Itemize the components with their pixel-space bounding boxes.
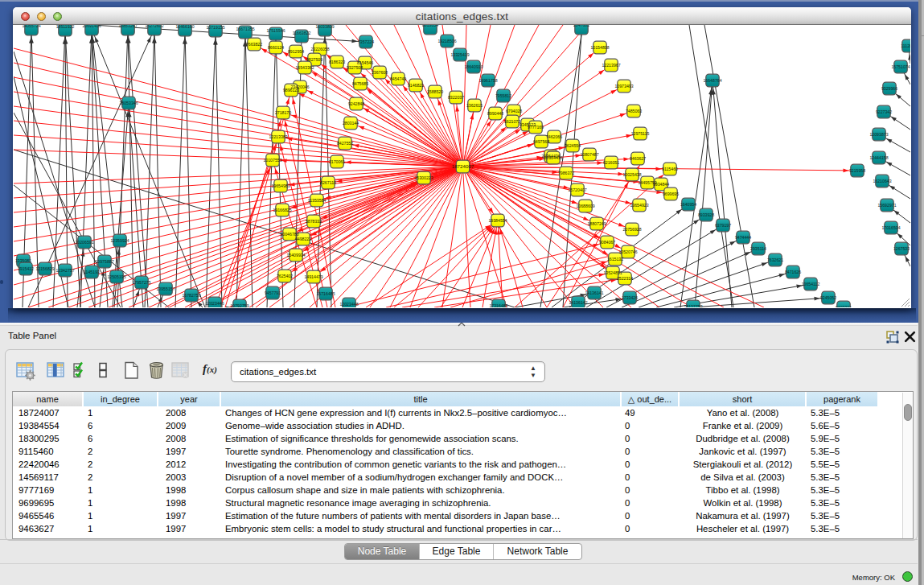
svg-text:1588520: 1588520	[427, 89, 443, 94]
svg-text:9934844: 9934844	[653, 182, 669, 187]
svg-text:6794028: 6794028	[506, 109, 522, 113]
svg-text:8322037: 8322037	[448, 95, 464, 100]
svg-text:10719155: 10719155	[206, 25, 224, 30]
svg-text:13955157: 13955157	[156, 286, 175, 291]
svg-text:16648764: 16648764	[703, 78, 721, 83]
svg-text:7485063: 7485063	[626, 109, 642, 113]
svg-text:16210643: 16210643	[873, 179, 891, 183]
svg-text:9474444: 9474444	[735, 235, 751, 240]
svg-text:2522314: 2522314	[617, 276, 633, 281]
svg-text:7986372: 7986372	[558, 171, 574, 175]
svg-text:15409934: 15409934	[286, 253, 305, 257]
svg-text:10975887: 10975887	[95, 259, 113, 264]
svg-text:1362615: 1362615	[466, 103, 483, 108]
svg-text:8471626: 8471626	[785, 270, 801, 274]
svg-text:12444158: 12444158	[869, 155, 888, 160]
svg-text:15692971: 15692971	[877, 203, 896, 208]
svg-text:19166825: 19166825	[273, 208, 291, 212]
svg-text:6216051: 6216051	[603, 160, 619, 165]
svg-text:17515546: 17515546	[266, 28, 285, 33]
svg-text:19218506: 19218506	[437, 39, 456, 43]
svg-text:20691406: 20691406	[82, 25, 101, 28]
svg-text:1733426: 1733426	[622, 295, 638, 300]
svg-text:10973493: 10973493	[614, 84, 633, 89]
svg-text:10688609: 10688609	[576, 204, 594, 208]
svg-text:1267533: 1267533	[893, 246, 910, 251]
svg-text:8427552: 8427552	[337, 141, 353, 146]
svg-text:9463627: 9463627	[630, 156, 646, 161]
svg-text:25300223: 25300223	[414, 175, 433, 180]
svg-text:20364436: 20364436	[544, 155, 562, 160]
svg-text:8813054: 8813054	[422, 25, 438, 27]
svg-text:19384554: 19384554	[488, 218, 507, 223]
svg-text:18640910: 18640910	[464, 64, 483, 69]
svg-text:7632621: 7632621	[767, 257, 783, 262]
svg-text:1335081: 1335081	[15, 258, 31, 263]
svg-text:6379197: 6379197	[715, 223, 731, 228]
svg-text:2367608: 2367608	[372, 70, 388, 75]
svg-text:14914479: 14914479	[304, 274, 322, 279]
svg-text:18807249: 18807249	[587, 221, 606, 226]
svg-text:9896123: 9896123	[283, 88, 299, 93]
svg-text:12975115: 12975115	[631, 131, 650, 136]
svg-text:15720407: 15720407	[568, 187, 586, 192]
svg-text:10520746: 10520746	[618, 249, 637, 254]
svg-text:12023446: 12023446	[205, 301, 224, 306]
svg-text:9777169: 9777169	[528, 125, 544, 130]
svg-text:2047682: 2047682	[573, 25, 589, 27]
svg-text:11353584: 11353584	[308, 198, 326, 203]
svg-text:20756928: 20756928	[622, 227, 641, 232]
svg-text:23226058: 23226058	[310, 47, 329, 51]
svg-text:7357224: 7357224	[358, 39, 374, 44]
svg-text:12213967: 12213967	[602, 63, 620, 68]
svg-text:8660124: 8660124	[268, 45, 284, 50]
svg-text:12359924: 12359924	[110, 238, 129, 243]
svg-text:16466160: 16466160	[175, 25, 194, 29]
svg-text:17957275: 17957275	[132, 280, 150, 285]
svg-text:15272602: 15272602	[145, 25, 163, 28]
svg-text:6497568: 6497568	[533, 139, 549, 144]
svg-text:11663822: 11663822	[293, 31, 311, 35]
svg-text:1112843: 1112843	[901, 43, 910, 48]
svg-text:8475685: 8475685	[352, 81, 368, 86]
svg-text:8267110: 8267110	[320, 180, 336, 185]
svg-text:16033809: 16033809	[315, 25, 334, 29]
svg-text:1640954: 1640954	[680, 202, 696, 207]
svg-text:9084067: 9084067	[599, 240, 615, 245]
svg-text:3624554: 3624554	[565, 143, 581, 148]
svg-text:17016504: 17016504	[881, 225, 900, 230]
svg-text:1621072: 1621072	[504, 119, 520, 124]
svg-text:15716485: 15716485	[316, 291, 335, 296]
svg-text:9245052: 9245052	[820, 295, 836, 300]
svg-text:18137753: 18137753	[684, 304, 702, 307]
svg-text:8912954: 8912954	[288, 49, 304, 54]
svg-text:13325419: 13325419	[450, 52, 469, 57]
svg-text:14136141: 14136141	[585, 290, 603, 295]
svg-text:9699695: 9699695	[663, 192, 679, 196]
svg-text:9457791: 9457791	[265, 290, 281, 295]
svg-text:12093873: 12093873	[869, 132, 888, 137]
svg-text:12023448: 12023448	[339, 302, 358, 307]
svg-text:14055724: 14055724	[22, 25, 40, 28]
svg-text:9242848: 9242848	[348, 101, 364, 106]
svg-text:1615132: 1615132	[607, 257, 623, 262]
svg-text:9403321: 9403321	[836, 305, 852, 307]
svg-text:9115460: 9115460	[662, 167, 678, 171]
svg-text:5878332: 5878332	[306, 219, 322, 224]
svg-text:14136142: 14136142	[569, 300, 587, 305]
svg-text:10654112: 10654112	[802, 282, 820, 286]
svg-text:16961758: 16961758	[478, 78, 497, 83]
svg-text:28053346: 28053346	[119, 101, 138, 105]
svg-text:13654923: 13654923	[630, 203, 648, 208]
svg-text:9329966: 9329966	[881, 86, 897, 91]
svg-text:16782759: 16782759	[182, 293, 200, 298]
svg-text:10853267: 10853267	[118, 25, 137, 28]
svg-text:9327508: 9327508	[347, 65, 363, 70]
svg-text:1145193: 1145193	[84, 270, 100, 274]
svg-text:8454749: 8454749	[390, 76, 406, 81]
svg-text:12213383: 12213383	[269, 134, 287, 139]
svg-text:10154808: 10154808	[590, 45, 609, 50]
svg-text:18511922: 18511922	[56, 25, 75, 29]
svg-text:19654983: 19654983	[271, 183, 290, 188]
svg-text:10807487: 10807487	[580, 152, 598, 157]
